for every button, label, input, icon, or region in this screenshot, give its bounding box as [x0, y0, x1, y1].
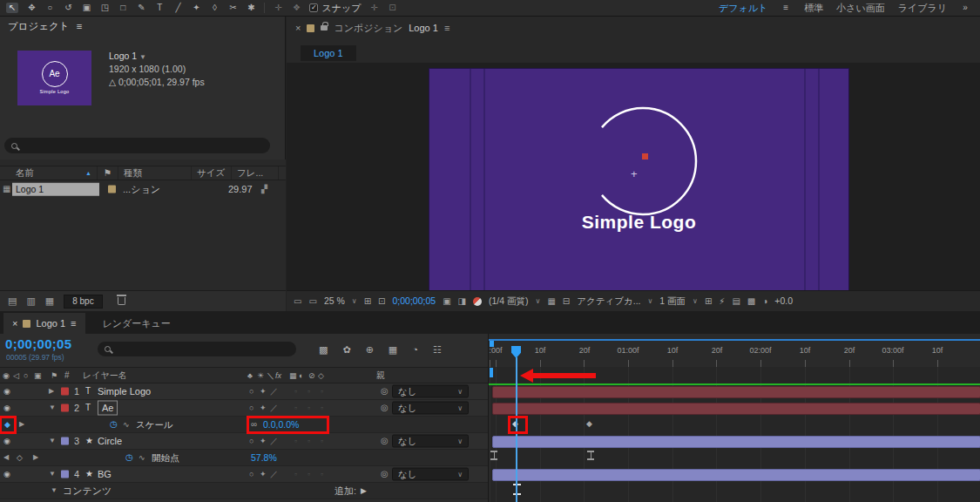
project-item-row[interactable]: ▦ Logo 1 ...ション 29.97 ▞ [0, 181, 286, 197]
label-color-chip[interactable] [61, 404, 69, 412]
layer-name[interactable]: Ae [98, 401, 118, 416]
solo-column-icon[interactable]: ○ [24, 371, 28, 379]
shy-switch-icon[interactable]: ○ [249, 438, 253, 445]
monitor-alt-icon[interactable]: ▭ [308, 297, 316, 306]
monitor-icon[interactable]: ▭ [294, 297, 301, 306]
column-frame-rate[interactable]: フレ... [232, 166, 279, 180]
pixel-aspect-icon[interactable]: ⊞ [705, 297, 712, 306]
layer-row-bg[interactable]: ◉ ▼ 4 ★ BG ○ ✦ ／ ▫ ▫ ▫ ◎ なし ∨ [0, 466, 488, 483]
interpret-footage-icon[interactable]: ▤ [8, 296, 17, 306]
label-column-icon[interactable]: ⚑ [51, 371, 57, 379]
chevron-down-icon[interactable]: ∨ [352, 298, 357, 305]
view-layout-select[interactable]: 1 画面 [659, 296, 686, 306]
viewer-tab-logo1[interactable]: Logo 1 [301, 45, 356, 61]
keyframe-navigator-next-icon[interactable]: ▶ [19, 421, 24, 428]
timeline-search-input[interactable] [98, 342, 296, 356]
start-point-property-row[interactable]: ◀ ◇ ▶ ◷ ∿ 開始点 57.8% [0, 450, 488, 466]
switch-cell[interactable]: ▫ [321, 471, 323, 478]
property-graph-icon[interactable]: ∿ [123, 421, 130, 429]
zoom-select[interactable]: 25 % [324, 296, 345, 306]
layer-bar-simple-logo[interactable] [492, 386, 980, 398]
stopwatch-icon[interactable]: ◷ [110, 420, 118, 429]
switch-cell[interactable]: ▫ [294, 404, 297, 412]
composition-viewer[interactable]: + Simple Logo [287, 63, 980, 290]
comp-thumbnail[interactable]: Ae Simple Logo [17, 51, 91, 105]
switch-cell[interactable]: ▫ [308, 438, 310, 445]
close-icon[interactable]: × [12, 319, 17, 329]
collapse-switch-icon[interactable]: ✦ [260, 388, 267, 396]
rotate-tool-icon[interactable]: ↺ [63, 3, 73, 12]
property-graph-icon[interactable]: ∿ [139, 454, 145, 462]
workspace-libraries[interactable]: ライブラリ [898, 3, 947, 13]
fast-previews-icon[interactable]: ⚡ [719, 297, 725, 306]
switch-cell[interactable]: ▫ [294, 388, 297, 396]
label-color-chip[interactable] [61, 471, 69, 478]
new-composition-icon[interactable]: ▦ [45, 296, 54, 306]
render-queue-tab[interactable]: レンダーキュー [85, 313, 188, 334]
composition-canvas[interactable]: + Simple Logo [429, 68, 849, 290]
switch-cell[interactable]: ▫ [308, 388, 310, 396]
selection-tool-icon[interactable]: ↖ [6, 3, 18, 13]
workspace-default[interactable]: デフォルト [719, 3, 767, 13]
brush-tool-icon[interactable]: ╱ [172, 3, 183, 12]
scale-property-row[interactable]: ◆ ▶ ◷ ∿ スケール ∞ 0.0,0.0% [0, 417, 488, 433]
exposure-value[interactable]: +0.0 [774, 296, 793, 306]
grid-guides-icon[interactable]: ⊞ [364, 297, 371, 306]
switch-cell[interactable]: ▫ [308, 471, 310, 478]
contents-group-row[interactable]: ▼ コンテンツ 追加: ▶ [0, 483, 488, 499]
parent-dropdown[interactable]: なし ∨ [392, 402, 469, 415]
target-region-icon[interactable]: ▦ [547, 297, 555, 306]
hand-tool-icon[interactable]: ✥ [26, 3, 37, 12]
layer-row-ae[interactable]: ◉ ▼ 2 T Ae ○ ✦ ／ ▫ ▫ ▫ ◎ なし ∨ [0, 400, 488, 417]
workspace-small-screen[interactable]: 小さい画面 [836, 3, 885, 13]
scale-keyframe-next[interactable]: ◆ [586, 420, 592, 428]
switch-cell[interactable]: ▫ [321, 438, 323, 445]
workspace-menu-icon[interactable]: ≡ [781, 3, 791, 12]
type-tool-icon[interactable]: T [154, 3, 165, 12]
shape-tool-icon[interactable]: □ [118, 3, 128, 12]
motion-blur-icon[interactable]: ◔ [412, 345, 418, 355]
switch-cell[interactable]: ▫ [294, 438, 297, 445]
shy-switch-icon[interactable]: ○ [249, 404, 253, 412]
start-point-value[interactable]: 57.8% [251, 453, 277, 463]
effect-column-icon[interactable]: ▦ [289, 371, 297, 379]
hide-shy-layers-icon[interactable]: ⊕ [366, 345, 374, 355]
switch-cell[interactable]: ▫ [321, 404, 323, 412]
panel-menu-icon[interactable]: ≡ [444, 24, 449, 33]
new-folder-icon[interactable]: ▥ [26, 296, 35, 306]
parent-column-label[interactable]: 親 [376, 371, 385, 380]
start-point-property-label[interactable]: 開始点 [152, 453, 179, 463]
clone-stamp-tool-icon[interactable]: ✦ [191, 3, 201, 12]
twirl-open-icon[interactable]: ▼ [49, 404, 56, 411]
pickwhip-icon[interactable]: ◎ [381, 387, 389, 396]
number-column-label[interactable]: # [64, 371, 70, 380]
keyframe-navigator-next-icon[interactable]: ▶ [33, 454, 38, 461]
pen-tool-icon[interactable]: ✎ [136, 3, 146, 12]
parent-dropdown[interactable]: なし ∨ [392, 468, 469, 481]
close-icon[interactable]: × [295, 24, 301, 33]
layer-name[interactable]: Simple Logo [98, 387, 151, 397]
puppet-pin-tool-icon[interactable]: ✱ [246, 3, 256, 12]
layer-row-circle[interactable]: ◉ ▼ 3 ★ Circle ○ ✦ ／ ▫ ▫ ▫ ◎ なし ∨ [0, 433, 488, 450]
parent-dropdown[interactable]: なし ∨ [392, 385, 469, 398]
twirl-closed-icon[interactable]: ▶ [49, 388, 54, 395]
chevron-down-icon[interactable]: ▼ [139, 53, 146, 61]
switch-cell[interactable]: ▫ [308, 404, 310, 412]
collapse-switch-icon[interactable]: ✦ [260, 438, 267, 445]
viewer-timecode[interactable]: 0;00;00;05 [392, 296, 436, 306]
layer-name[interactable]: BG [98, 470, 112, 479]
region-of-interest-icon[interactable]: ⊡ [378, 297, 385, 306]
eraser-tool-icon[interactable]: ◊ [209, 3, 220, 12]
column-label[interactable]: ⚑ [98, 166, 118, 180]
collapse-switch-icon[interactable]: ✦ [260, 404, 267, 412]
column-type[interactable]: 種類 [118, 166, 192, 180]
show-snapshot-icon[interactable]: ◨ [458, 297, 466, 306]
layer-bar-circle[interactable] [492, 436, 980, 448]
label-color-chip[interactable] [61, 388, 69, 396]
switch-cell[interactable]: ▫ [294, 471, 297, 478]
shy-switch-icon[interactable]: ○ [249, 388, 253, 396]
twirl-open-icon[interactable]: ▼ [49, 438, 56, 444]
comp-mini-flowchart-icon[interactable]: ▩ [319, 345, 328, 355]
stopwatch-icon[interactable]: ◷ [125, 453, 133, 462]
contents-group-label[interactable]: コンテンツ [63, 486, 112, 496]
